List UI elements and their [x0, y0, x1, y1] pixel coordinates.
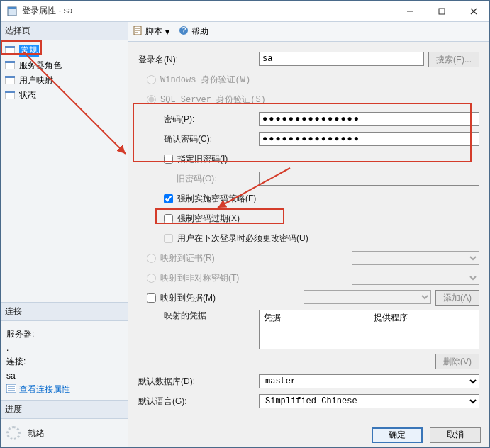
svg-text:?: ? — [182, 26, 186, 35]
dropdown-arrow-icon: ▾ — [165, 27, 169, 37]
sidebar-page-list: 常规 服务器角色 用户映射 状态 — [1, 40, 128, 302]
sidebar-item-general[interactable]: 常规 — [2, 43, 126, 58]
search-button: 搜索(E)... — [428, 52, 479, 67]
ok-button[interactable]: 确定 — [372, 427, 423, 443]
svg-rect-11 — [5, 76, 15, 78]
spinner-icon — [6, 426, 21, 440]
default-database-label: 默认数据库(D): — [138, 376, 259, 388]
svg-rect-7 — [5, 46, 15, 48]
app-icon — [6, 6, 18, 17]
properties-icon — [6, 384, 16, 395]
page-icon — [5, 76, 16, 86]
default-language-label: 默认语言(G): — [138, 396, 259, 408]
confirm-password-input[interactable] — [259, 132, 479, 146]
sidebar-item-user-mapping[interactable]: 用户映射 — [2, 73, 126, 88]
toolbar: 脚本 ▾ ? 帮助 — [128, 22, 489, 42]
server-value: . — [6, 343, 122, 353]
minimize-button[interactable] — [394, 1, 425, 21]
sidebar-item-label: 常规 — [19, 45, 39, 57]
table-header-credential: 凭据 — [260, 310, 369, 325]
enforce-password-expiration-checkbox[interactable]: 强制密码过期(X) — [164, 213, 240, 225]
default-language-select[interactable]: Simplified Chinese — [259, 394, 479, 408]
sidebar-item-label: 服务器角色 — [19, 60, 62, 72]
password-input[interactable] — [259, 112, 479, 126]
map-asym-select — [352, 271, 479, 285]
server-label: 服务器: — [6, 328, 122, 340]
window-title: 登录属性 - sa — [22, 5, 394, 17]
toolbar-divider — [174, 26, 174, 38]
sidebar: 选择页 常规 服务器角色 用户映射 状态 — [1, 22, 128, 447]
sidebar-item-label: 用户映射 — [19, 74, 53, 86]
progress-header: 进度 — [1, 401, 128, 419]
mapped-credentials-table[interactable]: 凭据 提供程序 — [259, 310, 479, 349]
windows-auth-radio: Windows 身份验证(W) — [147, 74, 250, 86]
default-database-select[interactable]: master — [259, 374, 479, 388]
enforce-password-policy-checkbox[interactable]: 强制实施密码策略(F) — [164, 193, 256, 205]
maximize-button[interactable] — [425, 1, 457, 21]
connection-label: 连接: — [6, 356, 122, 368]
window-controls — [394, 1, 489, 21]
remove-credential-button: 删除(V) — [435, 354, 479, 369]
map-to-cert-radio: 映射到证书(R) — [147, 252, 215, 264]
connection-panel: 连接 服务器: . 连接: sa 查看连接属性 — [1, 302, 128, 400]
specify-old-password-checkbox[interactable]: 指定旧密码(I) — [164, 153, 228, 165]
script-label: 脚本 — [145, 26, 162, 38]
svg-rect-9 — [5, 61, 15, 63]
map-to-credential-checkbox[interactable]: 映射到凭据(M) — [147, 292, 216, 304]
svg-rect-13 — [5, 91, 15, 93]
svg-rect-1 — [8, 7, 16, 9]
link-label: 查看连接属性 — [19, 383, 70, 396]
map-to-asym-key-radio: 映射到非对称密钥(T) — [147, 272, 239, 284]
login-properties-window: 登录属性 - sa 选择页 常规 服务器角色 用户映射 — [0, 0, 490, 448]
sidebar-item-status[interactable]: 状态 — [2, 88, 126, 103]
table-header-provider: 提供程序 — [369, 310, 479, 325]
connection-value: sa — [6, 371, 122, 381]
progress-panel: 进度 就绪 — [1, 400, 128, 447]
sql-auth-radio: SQL Server 身份验证(S) — [147, 94, 266, 106]
close-button[interactable] — [457, 1, 489, 21]
script-button[interactable]: 脚本 ▾ — [133, 26, 169, 38]
content-pane: 脚本 ▾ ? 帮助 登录名(N): 搜索(E)... — [128, 22, 489, 447]
sidebar-item-server-roles[interactable]: 服务器角色 — [2, 58, 126, 73]
credential-select — [304, 290, 431, 304]
dialog-footer: 确定 取消 — [128, 422, 489, 447]
add-credential-button: 添加(A) — [435, 290, 479, 306]
mapped-credentials-label: 映射的凭据 — [138, 310, 259, 322]
svg-rect-3 — [439, 9, 445, 14]
page-icon — [5, 91, 16, 101]
help-label: 帮助 — [191, 26, 208, 38]
sidebar-item-label: 状态 — [19, 89, 36, 101]
confirm-password-label: 确认密码(C): — [138, 133, 259, 145]
page-icon — [5, 61, 16, 71]
sidebar-header-select: 选择页 — [1, 22, 128, 40]
must-change-password-checkbox: 用户在下次登录时必须更改密码(U) — [164, 233, 308, 245]
login-name-label: 登录名(N): — [138, 54, 259, 66]
login-name-input[interactable] — [259, 52, 424, 66]
help-button[interactable]: ? 帮助 — [179, 26, 208, 38]
help-icon: ? — [179, 26, 189, 38]
progress-status: 就绪 — [28, 427, 45, 439]
script-icon — [133, 26, 143, 38]
cancel-button[interactable]: 取消 — [430, 427, 481, 443]
page-icon — [5, 46, 16, 56]
connection-header: 连接 — [1, 303, 128, 321]
titlebar: 登录属性 - sa — [1, 1, 489, 22]
view-connection-properties-link[interactable]: 查看连接属性 — [6, 383, 70, 396]
password-label: 密码(P): — [138, 113, 259, 125]
map-cert-select — [352, 251, 479, 265]
old-password-input — [259, 172, 479, 186]
old-password-label: 旧密码(O): — [138, 173, 259, 185]
